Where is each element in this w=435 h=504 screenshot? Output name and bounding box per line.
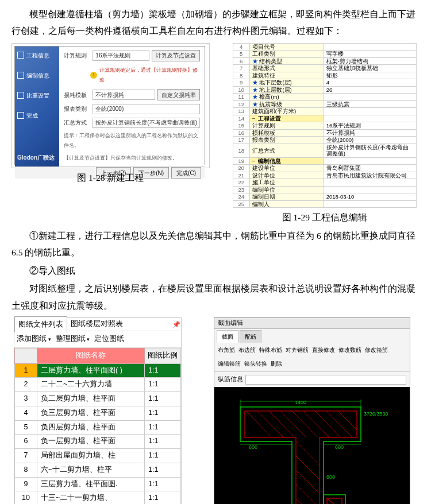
- editor-title: 截面编辑: [214, 318, 410, 329]
- tab-section[interactable]: 截面: [217, 330, 238, 343]
- toolbar-button[interactable]: 修改箍筋: [365, 345, 388, 355]
- summary-mode-select[interactable]: 按外皮计算钢筋长度(不考虑弯曲调整值): [93, 118, 200, 128]
- table-row[interactable]: 9★ 地下层数(层)4: [233, 79, 416, 87]
- toolbar-button[interactable]: 删除: [271, 359, 282, 369]
- finish-button[interactable]: 完成(C): [171, 167, 201, 179]
- figure-128-frame: 工程信息 编制信息 比重设置 完成 Glodon广联达 计算规则 16系平法规则…: [11, 43, 210, 168]
- table-row[interactable]: 2二十二~二十六剪力墙1:1: [15, 378, 181, 392]
- table-row[interactable]: 7基础形式独立基础加筏板基础: [233, 65, 416, 72]
- table-row[interactable]: 4负三层剪力墙、柱平面1:1: [15, 406, 181, 420]
- cad-canvas[interactable]: 1400 600 600 600 260 200 200 260 3720/35…: [214, 387, 410, 504]
- table-row[interactable]: 5负四层剪力墙、柱平面1:1: [15, 420, 181, 435]
- table-row[interactable]: 1二层剪力墙、柱平面图( )1:1: [15, 363, 181, 378]
- locate-drawing-button[interactable]: 定位图纸: [94, 332, 124, 346]
- wizard-step-1[interactable]: 工程信息: [17, 50, 57, 61]
- drawing-table: 图纸名称 图纸比例 1二层剪力墙、柱平面图( )1:12二十二~二十六剪力墙1:…: [14, 348, 181, 504]
- table-row[interactable]: 6★ 结构类型框架-剪力墙结构: [233, 57, 416, 65]
- pin-icon[interactable]: 📌: [172, 319, 181, 331]
- table-row[interactable]: 7局部出屋面剪力墙、柱1:1: [15, 449, 181, 463]
- svg-line-5: [303, 411, 329, 437]
- toolbar-button[interactable]: 特殊布筋: [259, 345, 282, 355]
- svg-line-8: [338, 411, 357, 430]
- toolbar-button[interactable]: 直接修改: [312, 345, 335, 355]
- table-row[interactable]: 9三层剪力墙、柱平面图.1:1: [15, 477, 181, 491]
- toolbar-button[interactable]: 编辑箍筋: [218, 359, 241, 369]
- wizard-step-4[interactable]: 完成: [17, 110, 57, 121]
- rebar-info-label: 纵筋信息: [218, 374, 243, 385]
- col-name: 图纸名称: [37, 348, 145, 363]
- table-row[interactable]: 20建设单位青岛利群集团: [233, 165, 416, 172]
- calc-node-button[interactable]: 计算及节点设置: [152, 50, 200, 61]
- svg-rect-15: [327, 498, 342, 504]
- summary-mode-label: 汇总方式: [64, 117, 90, 128]
- table-row[interactable]: 8六~十二剪力墙、柱平1:1: [15, 463, 181, 477]
- calc-rule-select[interactable]: 16系平法规则: [93, 51, 149, 61]
- para-step2: ②导入图纸: [11, 262, 424, 279]
- svg-line-11: [296, 470, 319, 494]
- sort-drawing-menu[interactable]: 整理图纸: [56, 332, 90, 346]
- wizard-step-2[interactable]: 编制信息: [17, 70, 57, 81]
- editor-toolbar: 布角筋布边筋特殊布筋对齐钢筋直接修改修改数筋修改箍筋编辑箍筋箍头转换删除: [214, 343, 410, 372]
- svg-line-10: [296, 456, 319, 479]
- warn-row: ! 计算规则确定后，通过【计算规则转换】修改: [90, 65, 200, 85]
- svg-line-4: [292, 411, 318, 437]
- table-row[interactable]: 19−编制信息: [233, 157, 416, 165]
- toolbar-button[interactable]: 对齐钢筋: [286, 345, 309, 355]
- table-row[interactable]: 23编制单位: [233, 186, 416, 193]
- loss-template-select[interactable]: 不计算损耗: [93, 90, 155, 100]
- table-row[interactable]: 16损耗模板不计算损耗: [233, 129, 416, 137]
- svg-line-9: [296, 441, 319, 465]
- dim-top: 1400: [295, 400, 306, 405]
- toolbar-button[interactable]: 布边筋: [238, 345, 256, 355]
- svg-line-12: [296, 484, 319, 504]
- new-project-wizard: 工程信息 编制信息 比重设置 完成 Glodon广联达 计算规则 16系平法规则…: [14, 46, 205, 165]
- wizard-hint-1: 提示：工程保存时会以这里所输入的工程名称作为默认的文件名。: [64, 131, 200, 150]
- table-row[interactable]: 3负二层剪力墙、柱平面1:1: [15, 392, 181, 406]
- svg-line-7: [326, 411, 352, 437]
- table-row[interactable]: 22施工单位: [233, 179, 416, 187]
- toolbar-button[interactable]: 布角筋: [218, 345, 235, 355]
- table-row[interactable]: 10★ 地上层数(层)26: [233, 86, 416, 94]
- dim-rvert: 600: [326, 474, 335, 480]
- table-row[interactable]: 8建筑特征矩形: [233, 72, 416, 79]
- col-ratio: 图纸比例: [145, 348, 181, 363]
- tab-floor-map[interactable]: 图纸楼层对照表: [67, 316, 126, 332]
- table-row[interactable]: 5工程类别写字楼: [233, 51, 416, 58]
- tab-file-list[interactable]: 图纸文件列表: [14, 316, 67, 333]
- wizard-hint-2: 【计算及节点设置】只保存当前计算规则的修改。: [64, 153, 200, 163]
- table-row[interactable]: 15计算规则16系平法规则: [233, 122, 416, 130]
- table-row[interactable]: 10十三~二十一剪力墙、1:1: [15, 491, 181, 504]
- para-step1: ①新建工程，进行工程信息以及先关信息编辑其中，钢筋比重中直径为 6 的钢筋比重换…: [11, 227, 424, 261]
- table-row[interactable]: 14−工程设置: [233, 115, 416, 122]
- brand-label: Glodon广联达: [17, 152, 57, 163]
- warning-icon: !: [90, 72, 97, 79]
- caption-129: 图 1-29 工程信息编辑: [282, 209, 367, 226]
- svg-line-16: [327, 498, 342, 504]
- svg-line-0: [246, 411, 272, 437]
- table-row[interactable]: 17报表类别全统(2000): [233, 137, 416, 144]
- para-step2b: 对图纸整理，之后识别楼层表，在楼层设置里面根据楼层表和设计总说明设置好各种构件的…: [11, 280, 424, 314]
- table-row[interactable]: 11★ 檐高(m): [233, 94, 416, 101]
- wizard-step-3[interactable]: 比重设置: [17, 90, 57, 101]
- table-row[interactable]: 12★ 抗震等级三级抗震: [233, 100, 416, 108]
- table-row[interactable]: 21设计单位青岛市民用建筑设计院有限公司: [233, 172, 416, 179]
- table-row[interactable]: 13建筑面积(平方米): [233, 108, 416, 115]
- drawing-list-panel: 图纸文件列表 图纸楼层对照表 📌 添加图纸 整理图纸 定位图纸 图纸名称 图纸比…: [14, 317, 182, 504]
- table-row[interactable]: 24编制日期2018-03-10: [233, 193, 416, 201]
- table-row[interactable]: 25编制人: [233, 200, 416, 208]
- loss-template-label: 损耗模板: [64, 90, 90, 100]
- table-row[interactable]: 6负一层剪力墙、柱平面1:1: [15, 435, 181, 449]
- custom-loss-button[interactable]: 自定义损耗率: [157, 89, 200, 100]
- rebar-info-input[interactable]: [245, 375, 406, 385]
- toolbar-button[interactable]: 修改数筋: [338, 345, 361, 355]
- toolbar-button[interactable]: 箍头转换: [244, 359, 267, 369]
- tab-rebar[interactable]: 配筋: [240, 330, 261, 343]
- svg-line-6: [315, 411, 341, 437]
- report-type-select[interactable]: 全统(2000): [93, 104, 200, 114]
- svg-line-1: [257, 411, 283, 437]
- add-drawing-menu[interactable]: 添加图纸: [17, 332, 51, 346]
- table-row[interactable]: 18汇总方式按外皮计算钢筋长度(不考虑弯曲调整值): [233, 144, 416, 157]
- table-row[interactable]: 4项目代号: [233, 43, 416, 51]
- dim-left: 600: [249, 444, 257, 450]
- caption-128: 图 1-28 新建工程: [77, 169, 144, 186]
